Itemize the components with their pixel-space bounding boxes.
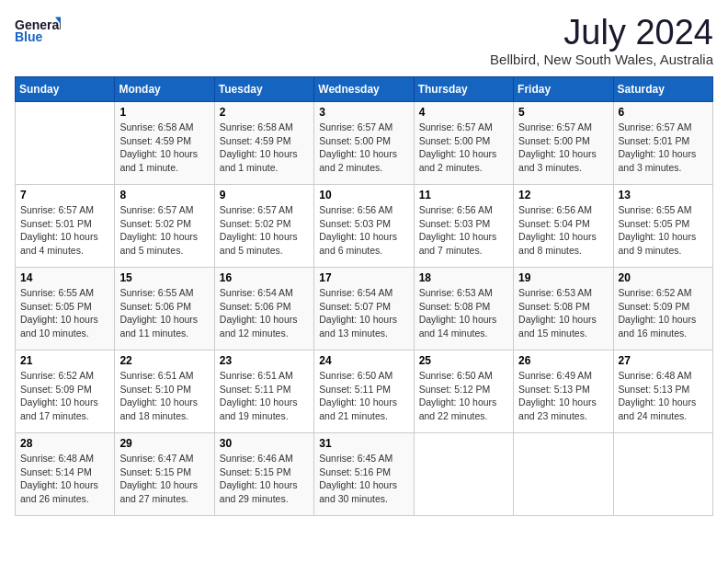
day-info: Sunrise: 6:57 AMSunset: 5:02 PMDaylight:…	[119, 203, 209, 258]
day-info: Sunrise: 6:57 AMSunset: 5:00 PMDaylight:…	[319, 121, 408, 175]
location: Bellbird, New South Wales, Australia	[490, 52, 713, 67]
calendar-header-friday: Friday	[514, 77, 613, 102]
calendar-cell: 21Sunrise: 6:52 AMSunset: 5:09 PMDayligh…	[16, 350, 115, 433]
day-info: Sunrise: 6:54 AMSunset: 5:06 PMDaylight:…	[220, 286, 309, 340]
calendar-cell: 27Sunrise: 6:48 AMSunset: 5:13 PMDayligh…	[613, 350, 712, 433]
calendar-header-thursday: Thursday	[414, 77, 513, 102]
calendar-cell: 14Sunrise: 6:55 AMSunset: 5:05 PMDayligh…	[16, 268, 115, 350]
calendar-header-sunday: Sunday	[16, 77, 115, 102]
day-info: Sunrise: 6:48 AMSunset: 5:14 PMDaylight:…	[20, 452, 109, 506]
calendar-cell: 18Sunrise: 6:53 AMSunset: 5:08 PMDayligh…	[414, 268, 513, 350]
calendar-cell: 20Sunrise: 6:52 AMSunset: 5:09 PMDayligh…	[613, 268, 712, 350]
day-number: 2	[220, 106, 309, 119]
calendar-header-saturday: Saturday	[613, 77, 712, 102]
day-info: Sunrise: 6:45 AMSunset: 5:16 PMDaylight:…	[319, 452, 408, 506]
calendar-cell: 10Sunrise: 6:56 AMSunset: 5:03 PMDayligh…	[314, 185, 414, 268]
calendar-cell: 11Sunrise: 6:56 AMSunset: 5:03 PMDayligh…	[414, 185, 513, 268]
day-number: 13	[619, 189, 708, 201]
day-info: Sunrise: 6:58 AMSunset: 4:59 PMDaylight:…	[220, 121, 309, 175]
calendar-cell: 31Sunrise: 6:45 AMSunset: 5:16 PMDayligh…	[314, 433, 414, 516]
calendar-header-monday: Monday	[115, 77, 214, 102]
day-number: 17	[319, 271, 408, 284]
calendar-header-row: SundayMondayTuesdayWednesdayThursdayFrid…	[16, 77, 713, 102]
day-number: 31	[319, 437, 408, 450]
calendar-cell: 9Sunrise: 6:57 AMSunset: 5:02 PMDaylight…	[214, 185, 313, 268]
day-info: Sunrise: 6:49 AMSunset: 5:13 PMDaylight:…	[518, 369, 608, 423]
calendar-cell	[414, 433, 513, 516]
day-number: 10	[319, 189, 408, 201]
calendar-cell	[613, 433, 712, 516]
day-info: Sunrise: 6:53 AMSunset: 5:08 PMDaylight:…	[419, 286, 508, 340]
calendar-cell: 30Sunrise: 6:46 AMSunset: 5:15 PMDayligh…	[214, 433, 313, 516]
day-number: 18	[419, 271, 508, 284]
calendar-week-3: 14Sunrise: 6:55 AMSunset: 5:05 PMDayligh…	[16, 268, 713, 350]
day-number: 24	[319, 354, 408, 367]
day-info: Sunrise: 6:54 AMSunset: 5:07 PMDaylight:…	[319, 286, 408, 340]
day-info: Sunrise: 6:48 AMSunset: 5:13 PMDaylight:…	[619, 369, 708, 423]
day-number: 1	[119, 106, 209, 119]
calendar-cell	[514, 433, 613, 516]
day-info: Sunrise: 6:57 AMSunset: 5:01 PMDaylight:…	[619, 121, 708, 175]
day-info: Sunrise: 6:52 AMSunset: 5:09 PMDaylight:…	[20, 369, 109, 423]
calendar-week-4: 21Sunrise: 6:52 AMSunset: 5:09 PMDayligh…	[16, 350, 713, 433]
svg-text:Blue: Blue	[15, 29, 43, 44]
day-info: Sunrise: 6:56 AMSunset: 5:03 PMDaylight:…	[319, 203, 408, 258]
calendar-cell: 2Sunrise: 6:58 AMSunset: 4:59 PMDaylight…	[214, 102, 313, 185]
calendar-cell: 1Sunrise: 6:58 AMSunset: 4:59 PMDaylight…	[115, 102, 214, 185]
month-title: July 2024	[490, 15, 713, 50]
day-info: Sunrise: 6:51 AMSunset: 5:10 PMDaylight:…	[119, 369, 209, 423]
day-info: Sunrise: 6:57 AMSunset: 5:02 PMDaylight:…	[220, 203, 309, 258]
calendar-cell: 15Sunrise: 6:55 AMSunset: 5:06 PMDayligh…	[115, 268, 214, 350]
day-info: Sunrise: 6:46 AMSunset: 5:15 PMDaylight:…	[220, 452, 309, 506]
day-number: 15	[119, 271, 209, 284]
calendar-week-2: 7Sunrise: 6:57 AMSunset: 5:01 PMDaylight…	[16, 185, 713, 268]
day-info: Sunrise: 6:56 AMSunset: 5:04 PMDaylight:…	[518, 203, 608, 258]
day-info: Sunrise: 6:50 AMSunset: 5:12 PMDaylight:…	[419, 369, 508, 423]
day-number: 12	[518, 189, 608, 201]
day-number: 7	[20, 189, 109, 201]
day-info: Sunrise: 6:53 AMSunset: 5:08 PMDaylight:…	[518, 286, 608, 340]
day-number: 11	[419, 189, 508, 201]
calendar-cell: 7Sunrise: 6:57 AMSunset: 5:01 PMDaylight…	[16, 185, 115, 268]
calendar-cell: 16Sunrise: 6:54 AMSunset: 5:06 PMDayligh…	[214, 268, 313, 350]
day-number: 29	[119, 437, 209, 450]
logo: General Blue	[15, 15, 61, 50]
day-number: 28	[20, 437, 109, 450]
day-info: Sunrise: 6:56 AMSunset: 5:03 PMDaylight:…	[419, 203, 508, 258]
day-number: 21	[20, 354, 109, 367]
page-header: General Blue July 2024 Bellbird, New Sou…	[15, 15, 713, 67]
day-info: Sunrise: 6:55 AMSunset: 5:06 PMDaylight:…	[119, 286, 209, 340]
calendar-cell: 25Sunrise: 6:50 AMSunset: 5:12 PMDayligh…	[414, 350, 513, 433]
calendar-cell: 12Sunrise: 6:56 AMSunset: 5:04 PMDayligh…	[514, 185, 613, 268]
calendar-cell: 6Sunrise: 6:57 AMSunset: 5:01 PMDaylight…	[613, 102, 712, 185]
day-number: 16	[220, 271, 309, 284]
day-number: 30	[220, 437, 309, 450]
day-number: 19	[518, 271, 608, 284]
day-number: 25	[419, 354, 508, 367]
day-info: Sunrise: 6:57 AMSunset: 5:01 PMDaylight:…	[20, 203, 109, 258]
day-number: 14	[20, 271, 109, 284]
calendar-cell: 26Sunrise: 6:49 AMSunset: 5:13 PMDayligh…	[514, 350, 613, 433]
day-number: 20	[619, 271, 708, 284]
calendar-cell: 5Sunrise: 6:57 AMSunset: 5:00 PMDaylight…	[514, 102, 613, 185]
day-info: Sunrise: 6:52 AMSunset: 5:09 PMDaylight:…	[619, 286, 708, 340]
calendar-header-tuesday: Tuesday	[214, 77, 313, 102]
calendar-week-1: 1Sunrise: 6:58 AMSunset: 4:59 PMDaylight…	[16, 102, 713, 185]
calendar-cell: 13Sunrise: 6:55 AMSunset: 5:05 PMDayligh…	[613, 185, 712, 268]
calendar-cell: 23Sunrise: 6:51 AMSunset: 5:11 PMDayligh…	[214, 350, 313, 433]
day-info: Sunrise: 6:47 AMSunset: 5:15 PMDaylight:…	[119, 452, 209, 506]
calendar-cell: 28Sunrise: 6:48 AMSunset: 5:14 PMDayligh…	[16, 433, 115, 516]
calendar-cell: 8Sunrise: 6:57 AMSunset: 5:02 PMDaylight…	[115, 185, 214, 268]
day-number: 8	[119, 189, 209, 201]
day-number: 27	[619, 354, 708, 367]
day-number: 22	[119, 354, 209, 367]
calendar-week-5: 28Sunrise: 6:48 AMSunset: 5:14 PMDayligh…	[16, 433, 713, 516]
day-number: 6	[619, 106, 708, 119]
day-info: Sunrise: 6:57 AMSunset: 5:00 PMDaylight:…	[419, 121, 508, 175]
day-number: 9	[220, 189, 309, 201]
day-info: Sunrise: 6:57 AMSunset: 5:00 PMDaylight:…	[518, 121, 608, 175]
day-number: 5	[518, 106, 608, 119]
day-number: 23	[220, 354, 309, 367]
day-number: 26	[518, 354, 608, 367]
calendar-cell: 29Sunrise: 6:47 AMSunset: 5:15 PMDayligh…	[115, 433, 214, 516]
